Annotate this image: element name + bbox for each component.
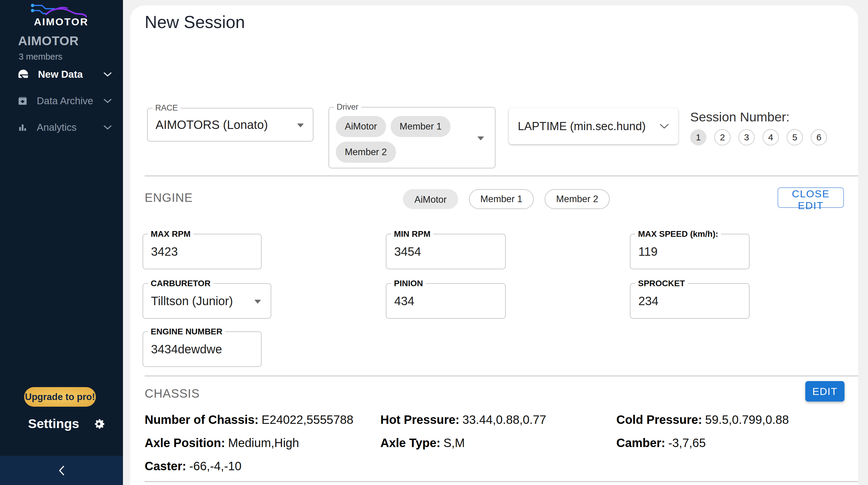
detail-label: Axle Position:	[145, 436, 225, 449]
carburetor-select-value: Tilltson (Junior)	[151, 284, 233, 318]
dropdown-caret-icon	[477, 136, 484, 140]
engine-section-heading: ENGINE	[145, 191, 193, 204]
chassis-detail-axle-type: Axle Type:S,M	[380, 436, 616, 450]
driver-chip[interactable]: Member 1	[391, 116, 451, 137]
page-title: New Session	[145, 12, 245, 32]
driver-chip[interactable]: Member 2	[336, 141, 396, 163]
divider	[145, 376, 858, 376]
engine-driver-tabs: AiMotor Member 1 Member 2	[403, 189, 610, 209]
main-content: New Session RACE AIMOTORS (Lonato) Drive…	[130, 5, 858, 485]
sidebar-item-label: Data Archive	[37, 95, 95, 107]
detail-value: Medium,High	[228, 436, 299, 449]
detail-label: Hot Pressure:	[380, 413, 459, 426]
sidebar-item-label: New Data	[38, 69, 95, 80]
detail-value: -66,-4,-10	[189, 459, 241, 473]
pinion-input[interactable]	[386, 284, 505, 318]
max-speed-input[interactable]	[630, 234, 749, 269]
detail-value: -3,7,65	[668, 436, 706, 449]
session-number-options: 1 2 3 4 5 6	[690, 129, 827, 146]
chassis-detail-camber: Camber:-3,7,65	[616, 436, 844, 450]
detail-value: S,M	[443, 436, 465, 449]
laptime-select-value: LAPTIME (min.sec.hund)	[518, 120, 659, 133]
detail-value: E24022,5555788	[261, 413, 353, 426]
gear-icon	[92, 417, 106, 431]
detail-label: Camber:	[616, 436, 665, 449]
engine-number-field-wrap: ENGINE NUMBER	[143, 331, 261, 367]
app-root: { "sidebar": { "logo_text": "AIMOTOR", "…	[0, 0, 868, 485]
helmet-icon	[18, 69, 29, 80]
pinion-label: PINION	[391, 279, 426, 288]
max-rpm-input[interactable]	[143, 234, 261, 269]
sidebar-item-analytics[interactable]: Analytics	[18, 118, 112, 137]
min-rpm-label: MIN RPM	[391, 229, 433, 239]
chassis-details: Number of Chassis:E24022,5555788 Hot Pre…	[145, 413, 844, 473]
sidebar-item-new-data[interactable]: New Data	[18, 65, 112, 84]
session-number-option[interactable]: 4	[763, 129, 779, 146]
driver-chip[interactable]: AiMotor	[336, 116, 386, 137]
session-number-option[interactable]: 1	[690, 129, 707, 146]
carburetor-select[interactable]: CARBURETOR Tilltson (Junior)	[143, 283, 271, 319]
detail-value: 59.5,0.799,0.88	[705, 413, 789, 426]
logo-wordmark: AIMOTOR	[34, 16, 89, 27]
laptime-format-select[interactable]: LAPTIME (min.sec.hund)	[509, 108, 678, 144]
chassis-detail-hot-pressure: Hot Pressure:33.44,0.88,0.77	[380, 413, 616, 426]
max-rpm-label: MAX RPM	[148, 229, 193, 239]
driver-multiselect[interactable]: Driver AiMotor Member 1 Member 2	[329, 107, 495, 168]
session-number-option[interactable]: 2	[714, 129, 731, 146]
chassis-detail-caster: Caster:-66,-4,-10	[145, 459, 380, 473]
detail-label: Cold Pressure:	[616, 413, 702, 426]
session-number-block: Session Number: 1 2 3 4 5 6	[690, 110, 827, 146]
engine-tab-member-2[interactable]: Member 2	[545, 189, 610, 209]
sidebar-collapse-button[interactable]	[0, 456, 123, 485]
close-edit-button[interactable]: CLOSE EDIT	[778, 187, 844, 208]
chassis-detail-number-of-chassis: Number of Chassis:E24022,5555788	[145, 413, 380, 426]
race-select-value: AIMOTORS (Lonato)	[156, 108, 268, 141]
archive-icon	[18, 96, 28, 106]
session-number-label: Session Number:	[690, 110, 827, 124]
session-number-option[interactable]: 3	[738, 129, 755, 146]
engine-number-input[interactable]	[143, 332, 261, 366]
settings-button[interactable]: Settings	[28, 416, 106, 431]
dropdown-caret-icon	[254, 300, 261, 304]
chevron-down-icon	[659, 124, 669, 129]
session-number-option[interactable]: 5	[786, 129, 803, 146]
detail-label: Number of Chassis:	[145, 413, 258, 426]
detail-label: Axle Type:	[380, 436, 440, 449]
sidebar-item-data-archive[interactable]: Data Archive	[18, 91, 112, 110]
engine-tab-aimotor[interactable]: AiMotor	[403, 189, 458, 209]
engine-number-label: ENGINE NUMBER	[148, 327, 225, 336]
chassis-detail-cold-pressure: Cold Pressure:59.5,0.799,0.88	[616, 413, 844, 426]
dropdown-caret-icon	[297, 124, 304, 127]
aimotor-logo: AIMOTOR	[29, 2, 93, 28]
divider	[145, 175, 858, 176]
engine-tab-member-1[interactable]: Member 1	[469, 189, 534, 209]
driver-label: Driver	[334, 102, 361, 112]
bar-chart-icon	[18, 122, 28, 133]
session-number-option[interactable]: 6	[811, 129, 827, 146]
settings-label: Settings	[28, 416, 79, 431]
chevron-down-icon	[104, 125, 112, 130]
detail-value: 33.44,0.88,0.77	[462, 413, 546, 426]
chassis-section-heading: CHASSIS	[145, 387, 200, 400]
sprocket-field-wrap: SPROCKET	[630, 283, 749, 319]
min-rpm-input[interactable]	[386, 234, 505, 269]
driver-chips: AiMotor Member 1 Member 2	[329, 107, 495, 163]
sidebar-item-label: Analytics	[37, 122, 95, 133]
sidebar: AIMOTOR AIMOTOR 3 members New Data Data …	[0, 0, 123, 485]
chevron-down-icon	[104, 99, 112, 103]
sprocket-label: SPROCKET	[635, 279, 688, 288]
chevron-down-icon	[104, 72, 112, 77]
max-speed-field-wrap: MAX SPEED (km/h):	[630, 234, 749, 269]
edit-chassis-button[interactable]: EDIT	[805, 381, 844, 401]
pinion-field-wrap: PINION	[386, 283, 506, 319]
upgrade-to-pro-button[interactable]: Upgrade to pro!	[24, 387, 96, 407]
member-count: 3 members	[19, 52, 62, 62]
divider	[145, 481, 858, 482]
max-speed-label: MAX SPEED (km/h):	[635, 229, 721, 239]
chevron-left-icon	[58, 465, 65, 476]
max-rpm-field-wrap: MAX RPM	[143, 234, 261, 269]
min-rpm-field-wrap: MIN RPM	[386, 234, 506, 269]
race-select[interactable]: RACE AIMOTORS (Lonato)	[147, 108, 313, 141]
sprocket-input[interactable]	[630, 284, 749, 318]
chassis-detail-axle-position: Axle Position:Medium,High	[145, 436, 380, 450]
